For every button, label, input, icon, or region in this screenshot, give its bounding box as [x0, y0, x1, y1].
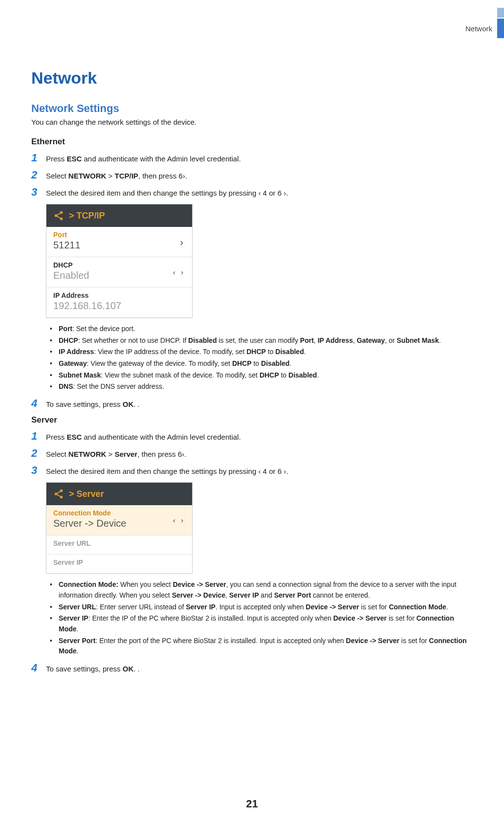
row-value: Server -> Device: [53, 518, 185, 529]
left-right-arrows-icon: ‹ ›: [173, 268, 185, 276]
term: Server URL: [59, 603, 96, 611]
term: IP Address: [318, 336, 353, 344]
device-screenshot-server: > Server Connection Mode Server -> Devic…: [46, 482, 193, 574]
key-6: 6: [278, 189, 282, 197]
svg-point-7: [60, 496, 63, 499]
text: To save settings, press: [46, 400, 123, 408]
device-row-connection-mode: Connection Mode Server -> Device ‹ ›: [46, 505, 192, 535]
svg-line-4: [57, 216, 60, 218]
term: DHCP: [246, 348, 266, 356]
server-heading: Server: [31, 415, 473, 425]
row-label: Server IP: [53, 558, 185, 566]
left-right-arrows-icon: ‹ ›: [173, 516, 185, 524]
term: Connection Mode:: [59, 580, 118, 588]
row-value: 192.168.16.107: [53, 300, 185, 312]
tab-accent-top: [497, 8, 504, 18]
term: Port: [59, 325, 72, 333]
text: , then press: [137, 450, 178, 458]
text: Select: [46, 172, 68, 180]
server-steps-end: 4 To save settings, press OK. .: [31, 663, 473, 674]
bullet-item: DHCP: Set whether or not to use DHCP. If…: [50, 335, 473, 346]
text: .: [289, 359, 291, 367]
text: to: [279, 371, 288, 379]
subsection-title: Network Settings: [31, 102, 473, 115]
key-ok: OK: [123, 665, 134, 673]
step-number: 1: [31, 153, 46, 163]
step-number: 1: [31, 431, 46, 442]
text: : Enter the IP of the PC where BioStar 2…: [88, 614, 333, 622]
text: .: [304, 348, 306, 356]
text: .: [286, 467, 288, 475]
share-icon: [53, 489, 64, 499]
menu-tcpip: TCP/IP: [114, 172, 138, 180]
step-text: Select the desired item and then change …: [46, 187, 288, 198]
row-label: Connection Mode: [53, 509, 185, 517]
bullet-item: Gateway: View the gateway of the device.…: [50, 358, 473, 369]
term: Server Port: [274, 591, 311, 599]
key-esc: ESC: [67, 155, 82, 163]
text: Select the desired item and then change …: [46, 467, 258, 475]
term: Disabled: [188, 336, 217, 344]
step-text: Press ESC and authenticate with the Admi…: [46, 431, 241, 442]
step-text: Select the desired item and then change …: [46, 465, 288, 476]
row-label: IP Address: [53, 291, 185, 299]
svg-point-0: [55, 214, 58, 217]
chevron-right-icon: ›: [180, 236, 183, 247]
text: >: [106, 172, 114, 180]
text: , then press: [138, 172, 179, 180]
ethernet-steps-end: 4 To save settings, press OK. .: [31, 398, 473, 409]
page-title: Network: [31, 68, 473, 88]
text: .: [77, 625, 79, 633]
svg-point-2: [60, 218, 63, 221]
term: DHCP: [232, 359, 252, 367]
svg-line-3: [57, 213, 60, 215]
device-row-port: Port 51211 ›: [46, 227, 192, 257]
text: ,: [353, 336, 357, 344]
text: ,: [314, 336, 318, 344]
text: and: [259, 591, 274, 599]
text: . .: [133, 400, 140, 408]
text: , or: [385, 336, 396, 344]
term: Device -> Server: [346, 637, 399, 645]
step-number: 4: [31, 663, 46, 673]
row-value: 51211: [53, 240, 185, 251]
term: Disabled: [261, 359, 289, 367]
device-row-server-ip: Server IP: [46, 555, 192, 573]
device-row-ip: IP Address 192.168.16.107: [46, 288, 192, 317]
text: To save settings, press: [46, 665, 123, 673]
text: . .: [133, 665, 140, 673]
term: Port: [300, 336, 314, 344]
key-6: 6: [178, 450, 182, 458]
bullet-item: IP Address: View the IP address of the d…: [50, 347, 473, 357]
text: to: [266, 348, 275, 356]
step-text: Select NETWORK > TCP/IP, then press 6›.: [46, 170, 187, 181]
term: Device -> Server: [173, 580, 226, 588]
svg-point-1: [60, 211, 63, 214]
text: : View the subnet mask of the device. To…: [101, 371, 260, 379]
menu-network: NETWORK: [68, 450, 107, 458]
key-6: 6: [278, 467, 282, 475]
term: Server IP: [229, 591, 259, 599]
angle: ‹: [258, 467, 261, 475]
tab-accent: [497, 19, 504, 38]
bullet-item: Server IP: Enter the IP of the PC where …: [50, 613, 473, 634]
text: or: [269, 189, 278, 197]
row-label: Server URL: [53, 539, 185, 547]
text: is set for: [399, 637, 429, 645]
term: DHCP: [260, 371, 279, 379]
term: Server -> Device: [172, 591, 225, 599]
text: is set for: [387, 614, 416, 622]
angle: ‹: [258, 189, 261, 197]
bullet-item: Server URL: Enter server URL instead of …: [50, 602, 473, 613]
text: and authenticate with the Admin level cr…: [82, 155, 241, 163]
text: >: [106, 450, 114, 458]
term: Disabled: [288, 371, 317, 379]
text: Select the desired item and then change …: [46, 189, 258, 197]
text: Select: [46, 450, 68, 458]
header-tab: Network: [465, 19, 504, 38]
intro-text: You can change the network settings of t…: [31, 118, 473, 126]
share-icon: [53, 210, 64, 221]
step-number: 2: [31, 170, 46, 180]
bullet-item: DNS: Set the DNS server address.: [50, 381, 473, 392]
row-value: Enabled: [53, 270, 185, 281]
